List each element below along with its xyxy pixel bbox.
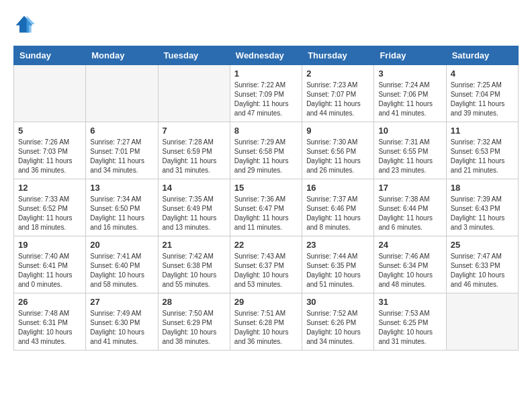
day-cell: 21Sunrise: 7:42 AM Sunset: 6:38 PM Dayli… <box>158 236 230 293</box>
day-number: 27 <box>90 297 153 307</box>
day-number: 23 <box>306 240 369 250</box>
logo <box>13 13 38 35</box>
day-info: Sunrise: 7:30 AM Sunset: 6:56 PM Dayligh… <box>306 138 369 175</box>
day-info: Sunrise: 7:32 AM Sunset: 6:53 PM Dayligh… <box>451 138 514 175</box>
week-row-1: 1Sunrise: 7:22 AM Sunset: 7:09 PM Daylig… <box>14 65 519 122</box>
day-info: Sunrise: 7:48 AM Sunset: 6:31 PM Dayligh… <box>18 309 81 347</box>
day-cell: 6Sunrise: 7:27 AM Sunset: 7:01 PM Daylig… <box>86 122 158 179</box>
day-cell: 27Sunrise: 7:49 AM Sunset: 6:30 PM Dayli… <box>86 293 158 351</box>
day-cell: 16Sunrise: 7:37 AM Sunset: 6:46 PM Dayli… <box>302 179 374 236</box>
weekday-header-thursday: Thursday <box>302 46 374 65</box>
day-cell: 13Sunrise: 7:34 AM Sunset: 6:50 PM Dayli… <box>86 179 158 236</box>
day-number: 20 <box>90 240 153 250</box>
day-cell: 19Sunrise: 7:40 AM Sunset: 6:41 PM Dayli… <box>14 236 86 293</box>
day-info: Sunrise: 7:22 AM Sunset: 7:09 PM Dayligh… <box>234 81 298 118</box>
day-number: 2 <box>306 68 369 79</box>
day-number: 17 <box>378 183 441 193</box>
day-number: 19 <box>18 240 81 250</box>
day-cell: 8Sunrise: 7:29 AM Sunset: 6:58 PM Daylig… <box>230 122 302 179</box>
day-info: Sunrise: 7:31 AM Sunset: 6:55 PM Dayligh… <box>378 138 441 175</box>
day-info: Sunrise: 7:40 AM Sunset: 6:41 PM Dayligh… <box>18 252 81 289</box>
day-cell: 28Sunrise: 7:50 AM Sunset: 6:29 PM Dayli… <box>158 293 230 351</box>
day-number: 12 <box>18 183 81 193</box>
day-number: 18 <box>451 183 514 193</box>
day-number: 30 <box>306 297 369 307</box>
day-number: 8 <box>234 126 298 136</box>
day-number: 13 <box>90 183 153 193</box>
day-info: Sunrise: 7:36 AM Sunset: 6:47 PM Dayligh… <box>234 195 298 232</box>
week-row-3: 12Sunrise: 7:33 AM Sunset: 6:52 PM Dayli… <box>14 179 519 236</box>
day-cell: 11Sunrise: 7:32 AM Sunset: 6:53 PM Dayli… <box>446 122 518 179</box>
day-info: Sunrise: 7:38 AM Sunset: 6:44 PM Dayligh… <box>378 195 441 232</box>
day-info: Sunrise: 7:23 AM Sunset: 7:07 PM Dayligh… <box>306 81 369 118</box>
weekday-header-saturday: Saturday <box>446 46 518 65</box>
page-header <box>13 13 519 35</box>
day-cell: 25Sunrise: 7:47 AM Sunset: 6:33 PM Dayli… <box>446 236 518 293</box>
day-info: Sunrise: 7:43 AM Sunset: 6:37 PM Dayligh… <box>234 252 298 289</box>
day-cell: 18Sunrise: 7:39 AM Sunset: 6:43 PM Dayli… <box>446 179 518 236</box>
day-info: Sunrise: 7:41 AM Sunset: 6:40 PM Dayligh… <box>90 252 153 289</box>
day-number: 15 <box>234 183 298 193</box>
day-info: Sunrise: 7:53 AM Sunset: 6:25 PM Dayligh… <box>378 309 441 347</box>
weekday-header-friday: Friday <box>374 46 446 65</box>
day-number: 14 <box>163 183 226 193</box>
day-cell: 10Sunrise: 7:31 AM Sunset: 6:55 PM Dayli… <box>374 122 446 179</box>
weekday-header-tuesday: Tuesday <box>158 46 230 65</box>
day-number: 22 <box>234 240 298 250</box>
day-info: Sunrise: 7:33 AM Sunset: 6:52 PM Dayligh… <box>18 195 81 232</box>
day-info: Sunrise: 7:42 AM Sunset: 6:38 PM Dayligh… <box>163 252 226 289</box>
day-cell: 24Sunrise: 7:46 AM Sunset: 6:34 PM Dayli… <box>374 236 446 293</box>
weekday-header-sunday: Sunday <box>14 46 86 65</box>
day-number: 6 <box>90 126 153 136</box>
day-info: Sunrise: 7:50 AM Sunset: 6:29 PM Dayligh… <box>163 309 226 347</box>
day-number: 25 <box>451 240 514 250</box>
day-cell: 14Sunrise: 7:35 AM Sunset: 6:49 PM Dayli… <box>158 179 230 236</box>
weekday-header-monday: Monday <box>86 46 158 65</box>
day-info: Sunrise: 7:27 AM Sunset: 7:01 PM Dayligh… <box>90 138 153 175</box>
day-info: Sunrise: 7:25 AM Sunset: 7:04 PM Dayligh… <box>451 81 514 118</box>
day-info: Sunrise: 7:39 AM Sunset: 6:43 PM Dayligh… <box>451 195 514 232</box>
day-cell: 5Sunrise: 7:26 AM Sunset: 7:03 PM Daylig… <box>14 122 86 179</box>
week-row-2: 5Sunrise: 7:26 AM Sunset: 7:03 PM Daylig… <box>14 122 519 179</box>
day-cell: 29Sunrise: 7:51 AM Sunset: 6:28 PM Dayli… <box>230 293 302 351</box>
day-cell: 26Sunrise: 7:48 AM Sunset: 6:31 PM Dayli… <box>14 293 86 351</box>
day-info: Sunrise: 7:44 AM Sunset: 6:35 PM Dayligh… <box>306 252 369 289</box>
day-cell: 3Sunrise: 7:24 AM Sunset: 7:06 PM Daylig… <box>374 65 446 122</box>
day-info: Sunrise: 7:49 AM Sunset: 6:30 PM Dayligh… <box>90 309 153 347</box>
calendar: SundayMondayTuesdayWednesdayThursdayFrid… <box>13 46 519 351</box>
day-cell: 4Sunrise: 7:25 AM Sunset: 7:04 PM Daylig… <box>446 65 518 122</box>
day-number: 9 <box>306 126 369 136</box>
day-cell: 2Sunrise: 7:23 AM Sunset: 7:07 PM Daylig… <box>302 65 374 122</box>
day-info: Sunrise: 7:28 AM Sunset: 6:59 PM Dayligh… <box>163 138 226 175</box>
day-cell: 12Sunrise: 7:33 AM Sunset: 6:52 PM Dayli… <box>14 179 86 236</box>
day-info: Sunrise: 7:37 AM Sunset: 6:46 PM Dayligh… <box>306 195 369 232</box>
day-info: Sunrise: 7:34 AM Sunset: 6:50 PM Dayligh… <box>90 195 153 232</box>
day-number: 1 <box>234 68 298 79</box>
day-cell <box>14 65 86 122</box>
week-row-5: 26Sunrise: 7:48 AM Sunset: 6:31 PM Dayli… <box>14 293 519 351</box>
day-info: Sunrise: 7:51 AM Sunset: 6:28 PM Dayligh… <box>234 309 298 347</box>
day-cell <box>158 65 230 122</box>
day-number: 7 <box>163 126 226 136</box>
day-cell: 17Sunrise: 7:38 AM Sunset: 6:44 PM Dayli… <box>374 179 446 236</box>
day-cell <box>86 65 158 122</box>
day-info: Sunrise: 7:24 AM Sunset: 7:06 PM Dayligh… <box>378 81 441 118</box>
day-info: Sunrise: 7:29 AM Sunset: 6:58 PM Dayligh… <box>234 138 298 175</box>
weekday-header-row: SundayMondayTuesdayWednesdayThursdayFrid… <box>14 46 519 65</box>
day-cell: 20Sunrise: 7:41 AM Sunset: 6:40 PM Dayli… <box>86 236 158 293</box>
day-number: 31 <box>378 297 441 307</box>
day-info: Sunrise: 7:35 AM Sunset: 6:49 PM Dayligh… <box>163 195 226 232</box>
day-cell: 15Sunrise: 7:36 AM Sunset: 6:47 PM Dayli… <box>230 179 302 236</box>
day-cell: 7Sunrise: 7:28 AM Sunset: 6:59 PM Daylig… <box>158 122 230 179</box>
day-number: 4 <box>451 68 514 79</box>
day-cell: 22Sunrise: 7:43 AM Sunset: 6:37 PM Dayli… <box>230 236 302 293</box>
day-number: 16 <box>306 183 369 193</box>
day-cell: 23Sunrise: 7:44 AM Sunset: 6:35 PM Dayli… <box>302 236 374 293</box>
day-number: 11 <box>451 126 514 136</box>
week-row-4: 19Sunrise: 7:40 AM Sunset: 6:41 PM Dayli… <box>14 236 519 293</box>
day-cell: 9Sunrise: 7:30 AM Sunset: 6:56 PM Daylig… <box>302 122 374 179</box>
day-number: 24 <box>378 240 441 250</box>
day-cell: 30Sunrise: 7:52 AM Sunset: 6:26 PM Dayli… <box>302 293 374 351</box>
day-number: 21 <box>163 240 226 250</box>
weekday-header-wednesday: Wednesday <box>230 46 302 65</box>
